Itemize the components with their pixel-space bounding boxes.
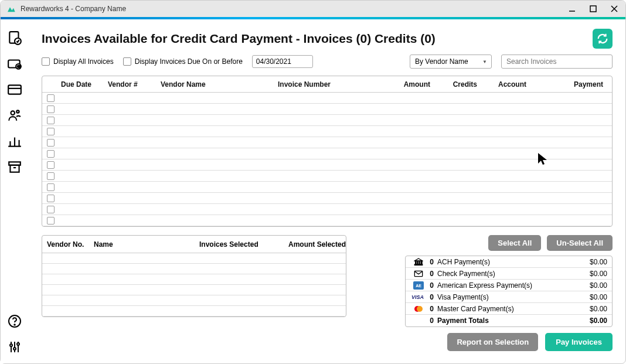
scol-amount-selected: Amount Selected bbox=[281, 240, 346, 249]
payment-amount: $0.00 bbox=[560, 258, 607, 266]
sidebar-vendors-icon[interactable] bbox=[6, 107, 23, 124]
table-row[interactable] bbox=[42, 182, 612, 193]
table-row[interactable] bbox=[42, 204, 612, 215]
summary-row bbox=[42, 295, 346, 306]
totals-row: VISA0Visa Payment(s)$0.00 bbox=[406, 291, 612, 303]
row-checkbox[interactable] bbox=[47, 195, 55, 202]
summary-table: Vendor No. Name Invoices Selected Amount… bbox=[42, 235, 346, 317]
totals-row: AE0American Express Payment(s)$0.00 bbox=[406, 280, 612, 291]
row-checkbox[interactable] bbox=[47, 106, 55, 113]
table-row[interactable] bbox=[42, 137, 612, 148]
row-checkbox[interactable] bbox=[47, 206, 55, 213]
svg-text:VISA: VISA bbox=[411, 294, 424, 300]
row-checkbox[interactable] bbox=[47, 183, 55, 191]
scol-vendor-no: Vendor No. bbox=[47, 240, 94, 249]
display-all-checkbox[interactable]: Display All Invoices bbox=[42, 57, 114, 66]
close-button[interactable] bbox=[609, 4, 620, 14]
payment-amount: $0.00 bbox=[560, 270, 607, 278]
svg-rect-19 bbox=[10, 165, 19, 172]
sidebar-reports-icon[interactable] bbox=[6, 133, 23, 149]
summary-header: Vendor No. Name Invoices Selected Amount… bbox=[42, 236, 346, 253]
table-row[interactable] bbox=[42, 126, 612, 137]
display-due-checkbox[interactable]: Display Invoices Due On or Before bbox=[123, 57, 243, 66]
payment-count: 0 bbox=[427, 281, 437, 290]
payment-count: 0 bbox=[427, 305, 437, 313]
col-payment: Payment bbox=[547, 80, 603, 89]
sidebar-help-icon[interactable] bbox=[6, 313, 23, 329]
app-logo-icon bbox=[6, 4, 16, 13]
payment-amount: $0.00 bbox=[560, 317, 607, 325]
svg-point-28 bbox=[17, 343, 19, 345]
row-checkbox[interactable] bbox=[47, 161, 55, 169]
summary-row bbox=[42, 253, 346, 264]
report-button[interactable]: Report on Selection bbox=[447, 333, 538, 351]
due-date-input[interactable] bbox=[252, 55, 313, 68]
sidebar-payments-icon[interactable] bbox=[6, 56, 23, 72]
sidebar-settings-icon[interactable] bbox=[6, 339, 23, 355]
content: Invoices Available for Credit Card Payme… bbox=[29, 19, 625, 363]
svg-point-40 bbox=[417, 306, 423, 312]
row-checkbox[interactable] bbox=[47, 172, 55, 180]
payment-count: 0 bbox=[427, 293, 437, 301]
invoice-table: Due Date Vendor # Vendor Name Invoice Nu… bbox=[42, 76, 613, 227]
header-row: Invoices Available for Credit Card Payme… bbox=[42, 29, 613, 49]
display-all-label: Display All Invoices bbox=[53, 57, 114, 66]
window-controls bbox=[567, 4, 620, 14]
col-due-date: Due Date bbox=[61, 80, 108, 89]
payment-count: 0 bbox=[427, 270, 437, 278]
unselect-all-button[interactable]: Un-Select All bbox=[547, 235, 613, 251]
pay-invoices-button[interactable]: Pay Invoices bbox=[545, 333, 613, 351]
table-row[interactable] bbox=[42, 159, 612, 171]
table-row[interactable] bbox=[42, 215, 612, 226]
select-all-button[interactable]: Select All bbox=[488, 235, 541, 251]
row-checkbox[interactable] bbox=[47, 150, 55, 158]
sidebar-archive-icon[interactable] bbox=[6, 159, 23, 175]
table-row[interactable] bbox=[42, 93, 612, 104]
scol-name: Name bbox=[94, 240, 199, 249]
sidebar-invoices-icon[interactable] bbox=[6, 30, 23, 46]
page-title: Invoices Available for Credit Card Payme… bbox=[42, 32, 593, 46]
body-area: Invoices Available for Credit Card Payme… bbox=[1, 19, 625, 363]
svg-rect-31 bbox=[417, 261, 418, 264]
svg-point-22 bbox=[14, 324, 15, 325]
svg-rect-1 bbox=[590, 6, 596, 12]
payment-label: Check Payment(s) bbox=[437, 270, 560, 278]
maximize-button[interactable] bbox=[588, 4, 598, 14]
invoice-table-header: Due Date Vendor # Vendor Name Invoice Nu… bbox=[42, 76, 612, 93]
right-lower: Select All Un-Select All 0ACH Payment(s)… bbox=[355, 235, 613, 351]
row-checkbox[interactable] bbox=[47, 139, 55, 147]
svg-text:AE: AE bbox=[416, 284, 421, 288]
app-window: Rewardworks 4 - Company Name bbox=[0, 0, 626, 364]
table-row[interactable] bbox=[42, 104, 612, 115]
refresh-button[interactable] bbox=[593, 29, 613, 49]
svg-rect-33 bbox=[421, 261, 422, 264]
payment-label: Payment Totals bbox=[437, 317, 560, 325]
row-checkbox[interactable] bbox=[47, 217, 55, 224]
sidebar-card-icon[interactable] bbox=[6, 81, 23, 98]
display-due-label: Display Invoices Due On or Before bbox=[135, 57, 243, 66]
payment-type-icon: AE bbox=[410, 281, 427, 290]
search-input[interactable] bbox=[501, 55, 613, 69]
row-checkbox[interactable] bbox=[47, 94, 55, 102]
window-title: Rewardworks 4 - Company Name bbox=[21, 5, 567, 13]
svg-point-12 bbox=[11, 111, 15, 115]
sort-select[interactable]: By Vendor Name bbox=[410, 55, 492, 69]
titlebar: Rewardworks 4 - Company Name bbox=[1, 1, 625, 17]
table-row[interactable] bbox=[42, 115, 612, 126]
scol-invoices-selected: Invoices Selected bbox=[199, 240, 281, 249]
svg-point-24 bbox=[10, 344, 12, 346]
sidebar bbox=[1, 19, 29, 363]
col-credits: Credits bbox=[430, 80, 477, 89]
table-row[interactable] bbox=[42, 148, 612, 159]
payment-label: ACH Payment(s) bbox=[437, 258, 560, 266]
col-vendor-name: Vendor Name bbox=[161, 80, 278, 89]
summary-row bbox=[42, 306, 346, 317]
table-row[interactable] bbox=[42, 171, 612, 182]
payment-amount: $0.00 bbox=[560, 293, 607, 301]
row-checkbox[interactable] bbox=[47, 117, 55, 124]
col-invoice-num: Invoice Number bbox=[278, 80, 372, 89]
svg-rect-10 bbox=[8, 85, 21, 94]
row-checkbox[interactable] bbox=[47, 128, 55, 135]
minimize-button[interactable] bbox=[567, 4, 577, 14]
table-row[interactable] bbox=[42, 193, 612, 204]
